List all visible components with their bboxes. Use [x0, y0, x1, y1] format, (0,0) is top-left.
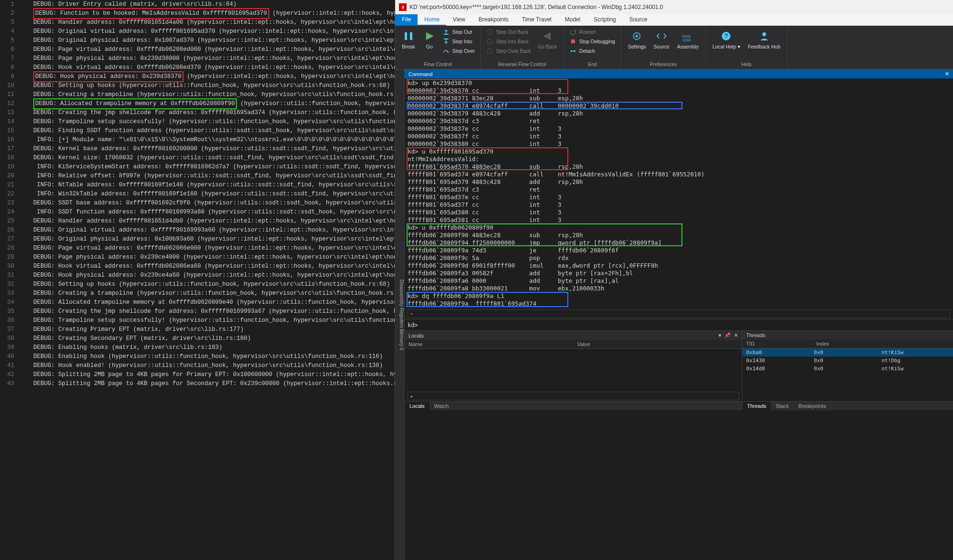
log-line: 42 DEBUG: Splitting 2MB page to 4KB page… — [0, 370, 395, 379]
svg-rect-4 — [444, 39, 448, 39]
log-line: 27 DEBUG: Original physical address: 0x1… — [0, 235, 395, 244]
log-line: 28 DEBUG: Page virtual address: 0xffffdb… — [0, 244, 395, 253]
svg-marker-9 — [543, 32, 551, 40]
cmd-output-line: nt!MmIsAddressValid: — [408, 155, 950, 163]
panel-tab-threads[interactable]: Threads — [742, 402, 771, 410]
break-button[interactable]: Break — [399, 28, 418, 51]
svg-text:?: ? — [724, 32, 728, 40]
cmd-output-line: fffff801`695ad370 4883ec28 sub rsp,28h — [408, 163, 950, 171]
svg-rect-11 — [571, 39, 575, 43]
detach-button[interactable]: Detach — [568, 47, 617, 55]
log-line: 14 DEBUG: Trampoline setup successfully!… — [0, 117, 395, 126]
ribbon-tab-model[interactable]: Model — [558, 14, 587, 26]
close-icon[interactable]: ✕ — [734, 332, 738, 338]
log-line: 18 DEBUG: Kernel size: 17068032 (hypervi… — [0, 154, 395, 163]
go-back-button[interactable]: Go Back — [535, 28, 560, 51]
log-line: 37 DEBUG: Creating Primary EPT (matrix, … — [0, 325, 395, 334]
cmd-output-line: 00000002`39d3837e cc int 3 — [408, 125, 950, 133]
cmd-output-line: fffff801`695ad374 e8974cfaff call nt!MmI… — [408, 171, 950, 178]
assembly-button[interactable]: 01011010Assembly — [674, 28, 702, 51]
pin-icon[interactable]: 📌 — [724, 332, 731, 338]
svg-point-6 — [487, 29, 492, 34]
cmd-output-line: ffffdb06`20809f94 ff2500000000 jmp qword… — [408, 239, 950, 247]
cmd-output-line: ffffdb06`20809f9a 74d3 je ffffdb06`20809… — [408, 247, 950, 254]
log-line: 9 DEBUG: Hook physical address: 0x239d38… — [0, 72, 395, 81]
log-line: 35 DEBUG: Creating the jmp shellcode for… — [0, 307, 395, 316]
cmd-output-line: 00000002`39d38370 cc int 3 — [408, 87, 950, 95]
log-line: 10 DEBUG: Setting up hooks (hypervisor::… — [0, 81, 395, 90]
log-line: 30 DEBUG: Hook virtual address: 0xffffdb… — [0, 262, 395, 271]
settings-button[interactable]: Settings — [625, 28, 649, 51]
svg-rect-1 — [410, 32, 412, 40]
log-line: 43 DEBUG: Splitting 2MB page to 4KB page… — [0, 379, 395, 388]
log-line: 13 DEBUG: Creating the jmp shellcode for… — [0, 108, 395, 117]
cmd-output-line: ffffdb06`20809fa3 00582f add byte ptr [r… — [408, 270, 950, 277]
ribbon-tab-file[interactable]: File — [395, 14, 418, 26]
log-line: 19 INFO: KiServiceSystemStart address: 0… — [0, 163, 395, 172]
close-icon[interactable]: ✕ — [945, 71, 949, 77]
ribbon-tab-time-travel[interactable]: Time Travel — [515, 14, 558, 26]
locals-header: Locals — [408, 333, 424, 338]
log-line: 20 INFO: Relative offset: 8f097e (hyperv… — [0, 172, 395, 181]
source-button[interactable]: Source — [651, 28, 672, 51]
threads-body: 0xba00x0nt!KiSw0x14300x0nt!Dbg0x14d00x0n… — [742, 348, 953, 401]
cmd-output-line: fffff801`695ad381 cc int 3 — [408, 216, 950, 224]
cmd-output-line: fffff801`695ad37f cc int 3 — [408, 201, 950, 209]
log-line: 23 DEBUG: SSDT base address: 0xfffff8016… — [0, 199, 395, 208]
log-line: 33 DEBUG: Creating a trampoline (hypervi… — [0, 289, 395, 298]
log-line: 22 INFO: Win32kTable address: 0xfffff801… — [0, 190, 395, 199]
log-line: 5 DEBUG: Original physical address: 0x10… — [0, 36, 395, 45]
thread-row[interactable]: 0x14300x0nt!Dbg — [742, 357, 953, 365]
ribbon-tab-breakpoints[interactable]: Breakpoints — [472, 14, 515, 26]
log-line: 3 DEBUG: Handler address: 0xfffff801651d… — [0, 18, 395, 27]
svg-rect-0 — [405, 32, 407, 40]
command-panel-header[interactable]: Command ✕ — [405, 69, 953, 78]
thread-row[interactable]: 0xba00x0nt!KiSw — [742, 348, 953, 357]
command-input[interactable] — [418, 320, 950, 329]
panel-tab-locals[interactable]: Locals — [405, 402, 429, 410]
local-help-button[interactable]: ?Local Help ▾ — [710, 28, 743, 51]
log-line: 16 INFO: [+] Module name: "\x01\0\x15\0\… — [0, 135, 395, 145]
cmd-output-line: kd> dq ffffdb06`20809f9a L1 — [408, 292, 950, 300]
step-into-button[interactable]: Step Into — [441, 37, 476, 46]
cmd-output-line: kd> u 0xffffdb0620809f90 — [408, 224, 950, 232]
log-line: 21 INFO: NtTable address: 0xfffff80169f1… — [0, 181, 395, 190]
log-line: 17 DEBUG: Kernel base address: 0xfffff80… — [0, 145, 395, 154]
panel-tab-stack[interactable]: Stack — [771, 402, 794, 410]
step-over-back-button[interactable]: Step Over Back — [485, 47, 533, 55]
panel-tab-watch[interactable]: Watch — [429, 402, 454, 410]
cmd-output-line: fffff801`695ad379 4883c428 add rsp,28h — [408, 178, 950, 186]
restart-button[interactable]: Restart — [568, 28, 617, 36]
cmd-output-line: fffff801`695ad380 cc int 3 — [408, 209, 950, 216]
log-line: 24 INFO: SSDT function address: 0xfffff8… — [0, 208, 395, 217]
cmd-output-line: kd> u 0xfffff801695ad370 — [408, 148, 950, 155]
log-line: 6 DEBUG: Page virtual address: 0xffffdb0… — [0, 45, 395, 54]
cmd-output-line: 00000002`39d38374 e8974cfaff call 000000… — [408, 102, 950, 110]
thread-row[interactable]: 0x14d00x0nt!KiSw — [742, 365, 953, 373]
side-tabs[interactable]: Disassembly Registers Memory 0 — [395, 69, 405, 560]
command-prompt: kd> — [408, 322, 418, 328]
ribbon-tab-home[interactable]: Home — [418, 14, 446, 26]
log-line: 7 DEBUG: Page physical address: 0x239d38… — [0, 54, 395, 63]
cmd-output-line: ffffdb06`20809f90 4883ec28 sub rsp,28h — [408, 232, 950, 239]
ribbon: Break Go Step Out Step Into Step Over Fl… — [395, 26, 953, 69]
feedback-button[interactable]: Feedback Hub — [745, 28, 783, 51]
panel-tab-breakpoints[interactable]: Breakpoints — [794, 402, 831, 410]
ribbon-tab-view[interactable]: View — [446, 14, 472, 26]
cmd-output-line: 00000002`39d38380 cc int 3 — [408, 140, 950, 148]
stop-debugging-button[interactable]: Stop Debugging — [568, 37, 617, 46]
ribbon-tab-scripting[interactable]: Scripting — [587, 14, 622, 26]
go-button[interactable]: Go — [420, 28, 439, 51]
chevron-down-icon[interactable]: ▾ — [719, 332, 721, 338]
log-line: 36 DEBUG: Trampoline setup successfully!… — [0, 316, 395, 325]
step-over-button[interactable]: Step Over — [441, 47, 476, 55]
step-out-button[interactable]: Step Out — [441, 28, 476, 36]
scroll-left-hint[interactable]: ◂ — [408, 309, 950, 318]
step-out-back-button[interactable]: Step Out Back — [485, 28, 533, 36]
cmd-output-line: 00000002`39d38379 4883c428 add rsp,28h — [408, 110, 950, 117]
ribbon-tab-source[interactable]: Source — [622, 14, 654, 26]
cmd-output-line: fffff801`695ad37d c3 ret — [408, 186, 950, 193]
svg-point-7 — [487, 39, 492, 44]
svg-rect-3 — [444, 34, 448, 35]
step-into-back-button[interactable]: Step Into Back — [485, 37, 533, 46]
